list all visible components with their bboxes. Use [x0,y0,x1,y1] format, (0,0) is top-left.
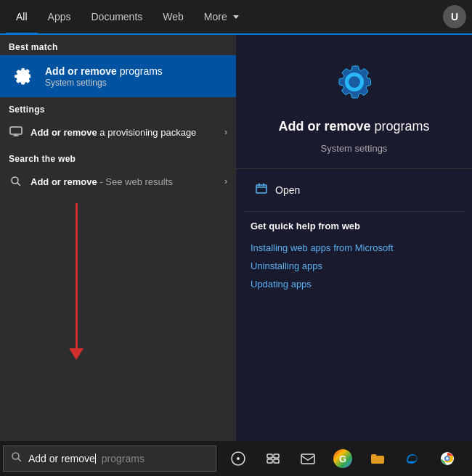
right-top: Add or remove programs System settings [236,35,472,168]
nav-all[interactable]: All [6,1,38,34]
svg-point-14 [446,457,449,460]
chrome-icon[interactable] [431,443,463,475]
quick-help: Get quick help from web Installing web a… [236,212,472,298]
best-match-label: Best match [0,35,236,55]
red-arrow [69,203,84,360]
right-subtitle: System settings [321,143,388,154]
taskbar: Add or remove programs [0,441,472,476]
svg-point-5 [237,457,240,460]
chevron-right-icon: › [224,127,227,137]
left-panel: Best match Add or remove programs System… [0,35,236,441]
mail-icon[interactable] [292,443,324,475]
svg-rect-6 [267,454,272,458]
settings-item-left: Add or remove a provisioning package [9,125,196,139]
search-bar-typed: Add or remove [28,453,96,464]
help-link-1[interactable]: Uninstalling apps [251,257,457,275]
web-search-label: Search the web [0,147,236,167]
more-dropdown-icon [233,15,239,19]
phone-link-icon[interactable]: G [327,443,359,475]
folder-icon[interactable] [362,443,394,475]
search-icon [9,174,23,189]
main-container: Best match Add or remove programs System… [0,35,472,441]
open-icon [255,182,268,198]
best-match-text: Add or remove programs System settings [45,65,163,88]
settings-item-text: Add or remove a provisioning package [30,127,196,138]
svg-rect-2 [256,185,266,193]
help-link-2[interactable]: Updating apps [251,275,457,293]
help-link-0[interactable]: Installing web apps from Microsoft [251,239,457,257]
nav-more[interactable]: More [194,0,249,33]
arrow-annotation [0,196,236,441]
svg-rect-10 [301,454,314,464]
quick-help-title: Get quick help from web [251,221,457,231]
search-bar-placeholder: programs [102,453,145,464]
user-avatar[interactable]: U [443,5,466,28]
gear-icon-blue [329,57,380,110]
open-button[interactable]: Open [251,176,457,204]
best-match-title: Add or remove programs [45,65,163,77]
top-nav: All Apps Documents Web More U [0,0,472,35]
svg-rect-8 [267,459,272,463]
search-bar[interactable]: Add or remove programs [3,446,216,472]
gear-icon-large [9,62,36,90]
nav-web[interactable]: Web [152,0,194,33]
svg-rect-9 [274,459,279,463]
right-panel: Add or remove programs System settings O… [236,35,472,441]
right-title: Add or remove programs [278,119,429,134]
taskbar-search-icon [11,451,23,466]
best-match-item[interactable]: Add or remove programs System settings [0,55,236,97]
web-search-left: Add or remove - See web results [9,174,173,189]
settings-icon [9,125,23,139]
best-match-subtitle: System settings [45,78,163,88]
task-view-icon[interactable] [257,443,289,475]
web-search-text: Add or remove - See web results [30,176,173,187]
nav-apps[interactable]: Apps [38,0,81,33]
edge-icon[interactable] [396,443,428,475]
taskbar-right: G [216,443,469,475]
settings-item[interactable]: Add or remove a provisioning package › [0,118,236,147]
svg-rect-7 [274,454,279,458]
settings-label: Settings [0,97,236,118]
web-search-item[interactable]: Add or remove - See web results › [0,167,236,196]
windows-start-icon[interactable] [222,443,254,475]
right-actions: Open [236,169,472,211]
svg-rect-0 [10,127,22,134]
chevron-right-web-icon: › [224,176,227,186]
nav-documents[interactable]: Documents [81,0,152,33]
